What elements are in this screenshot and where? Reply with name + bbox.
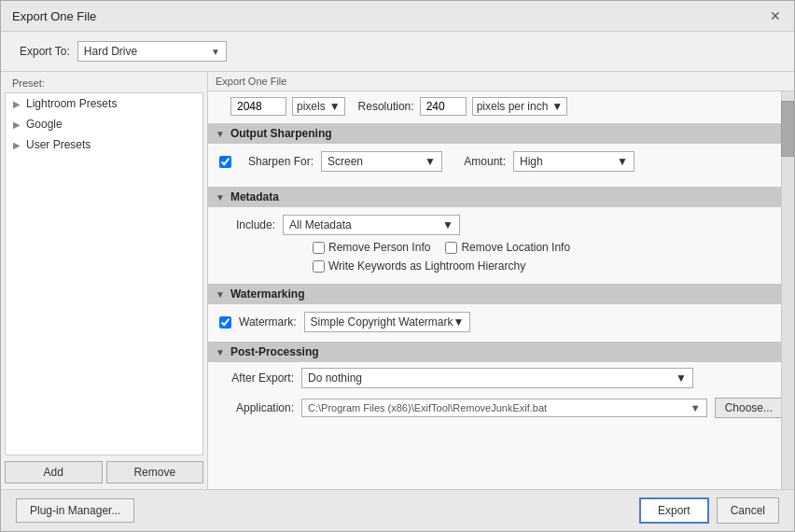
title-bar: Export One File ✕ [1,1,794,32]
watermark-label: Watermark: [239,315,297,329]
chevron-down-icon: ▼ [211,47,220,57]
remove-person-checkbox[interactable] [313,242,325,254]
chevron-down-icon: ▼ [442,218,453,231]
metadata-body: Include: All Metadata ▼ Remove Person In… [208,207,794,280]
chevron-down-icon: ▼ [216,129,225,139]
chevron-right-icon: ▶ [13,140,21,150]
watermark-select[interactable]: Simple Copyright Watermark ▼ [304,312,471,332]
chevron-down-icon: ▼ [216,289,225,300]
application-label: Application: [219,401,294,414]
sharpen-for-label: Sharpen For: [239,155,314,168]
main-content: Preset: ▶ Lightroom Presets ▶ Google ▶ U… [1,72,794,489]
sidebar-item-label: Lightroom Presets [26,97,117,110]
section-title: Watermarking [230,287,305,301]
chevron-down-icon: ▼ [329,100,341,113]
sidebar-item-label: Google [26,118,63,131]
chevron-down-icon: ▼ [453,315,465,329]
cancel-button[interactable]: Cancel [717,497,779,524]
dialog-footer: Plug-in Manager... Export Cancel [1,489,794,531]
post-processing-header[interactable]: ▼ Post-Processing [208,342,794,362]
watermark-row: Watermark: Simple Copyright Watermark ▼ [208,304,794,340]
sidebar-item-label: User Presets [26,138,91,151]
section-title: Metadata [230,190,279,203]
chevron-down-icon: ▼ [690,402,701,413]
dialog-title: Export One File [12,9,96,23]
chevron-down-icon: ▼ [216,192,225,203]
watermarking-header[interactable]: ▼ Watermarking [208,284,794,304]
remove-location-checkbox[interactable] [445,242,457,254]
remove-location-check: Remove Location Info [445,241,570,254]
sidebar-item-google[interactable]: ▶ Google [6,114,202,134]
chevron-down-icon: ▼ [676,371,687,385]
resolution-unit-value: pixels per inch [477,100,549,113]
section-title: Output Sharpening [230,127,332,140]
remove-button[interactable]: Remove [106,461,204,483]
metadata-checks: Remove Person Info Remove Location Info [219,241,783,254]
export-dialog: Export One File ✕ Export To: Hard Drive … [0,0,795,532]
application-value: C:\Program Files (x86)\ExifTool\RemoveJu… [308,402,547,413]
scroll-area: pixels ▼ Resolution: pixels per inch ▼ ▼… [208,91,794,489]
close-button[interactable]: ✕ [768,8,783,23]
include-value: All Metadata [289,218,352,231]
include-select[interactable]: All Metadata ▼ [283,215,460,235]
sharpen-for-row: Sharpen For: Screen ▼ Amount: High ▼ [219,151,783,172]
export-button[interactable]: Export [639,497,709,524]
plugin-manager-button[interactable]: Plug-in Manager... [16,498,134,523]
output-sharpening-body: Sharpen For: Screen ▼ Amount: High ▼ [208,144,794,185]
choose-button[interactable]: Choose... [715,398,783,418]
pixel-input[interactable] [230,97,286,116]
resolution-label: Resolution: [358,100,414,113]
application-input[interactable]: C:\Program Files (x86)\ExifTool\RemoveJu… [301,399,707,417]
sharpen-for-select[interactable]: Screen ▼ [321,151,442,172]
preset-list: ▶ Lightroom Presets ▶ Google ▶ User Pres… [5,92,203,455]
pixel-unit-select[interactable]: pixels ▼ [292,97,345,116]
remove-person-label: Remove Person Info [328,241,430,254]
keywords-check: Write Keywords as Lightroom Hierarchy [219,259,783,273]
resolution-unit-select[interactable]: pixels per inch ▼ [472,97,568,116]
preset-label: Preset: [1,72,207,92]
after-export-select[interactable]: Do nothing ▼ [301,368,693,388]
keywords-checkbox[interactable] [313,260,325,273]
watermark-value: Simple Copyright Watermark [311,315,453,329]
remove-person-check: Remove Person Info [313,241,430,254]
include-label: Include: [219,218,275,231]
sharpen-for-value: Screen [328,155,363,168]
watermark-checkbox[interactable] [219,316,231,329]
amount-value: High [520,155,543,168]
right-panel: Export One File pixels ▼ Resolution: pix… [208,72,794,489]
sidebar: Preset: ▶ Lightroom Presets ▶ Google ▶ U… [1,72,208,489]
scrollbar[interactable] [781,91,794,489]
section-title: Post-Processing [230,345,319,358]
chevron-right-icon: ▶ [13,99,21,109]
keywords-label: Write Keywords as Lightroom Hierarchy [328,259,525,273]
chevron-down-icon: ▼ [617,155,628,168]
sidebar-item-user-presets[interactable]: ▶ User Presets [6,134,202,155]
export-to-select[interactable]: Hard Drive ▼ [77,41,227,62]
chevron-right-icon: ▶ [13,119,21,130]
export-to-value: Hard Drive [84,45,137,58]
include-row: Include: All Metadata ▼ [219,215,783,235]
resolution-input[interactable] [420,97,467,116]
application-row: Application: C:\Program Files (x86)\Exif… [208,394,794,426]
dimensions-row: pixels ▼ Resolution: pixels per inch ▼ [208,91,794,121]
amount-label: Amount: [450,155,506,168]
chevron-down-icon: ▼ [551,100,563,113]
output-sharpening-header[interactable]: ▼ Output Sharpening [208,123,794,144]
chevron-down-icon: ▼ [216,347,225,357]
after-export-row: After Export: Do nothing ▼ [208,362,794,394]
panel-header: Export One File [208,72,794,91]
remove-location-label: Remove Location Info [461,241,570,254]
export-to-row: Export To: Hard Drive ▼ [1,32,794,72]
scrollbar-thumb[interactable] [781,101,794,157]
export-to-label: Export To: [20,45,70,58]
sharpen-checkbox[interactable] [219,156,231,168]
add-button[interactable]: Add [5,461,103,483]
footer-actions: Export Cancel [639,497,779,524]
sidebar-actions: Add Remove [1,455,207,489]
after-export-value: Do nothing [308,371,362,385]
amount-select[interactable]: High ▼ [513,151,635,172]
sidebar-item-lightroom[interactable]: ▶ Lightroom Presets [6,93,202,114]
metadata-header[interactable]: ▼ Metadata [208,187,794,207]
chevron-down-icon: ▼ [425,155,436,168]
after-export-label: After Export: [219,371,294,385]
